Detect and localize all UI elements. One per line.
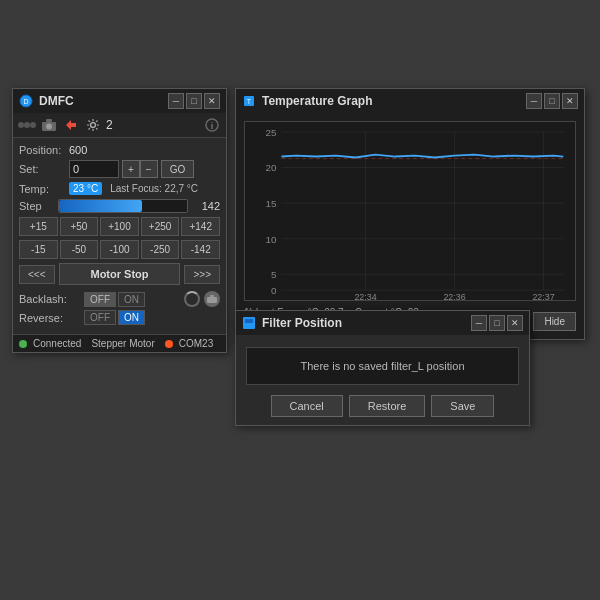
positive-btn-grid: +15 +50 +100 +250 +142	[19, 217, 220, 236]
cancel-btn[interactable]: Cancel	[271, 395, 343, 417]
filter-close-btn[interactable]: ✕	[507, 315, 523, 331]
hide-btn[interactable]: Hide	[533, 312, 576, 331]
svg-rect-13	[210, 295, 214, 297]
toolbar-number: 2	[106, 118, 113, 132]
filter-window-controls: ─ □ ✕	[471, 315, 523, 331]
plus15-btn[interactable]: +15	[19, 217, 58, 236]
svg-rect-12	[207, 297, 217, 303]
svg-rect-38	[249, 319, 253, 323]
temp-title: Temperature Graph	[262, 94, 526, 108]
svg-text:20: 20	[266, 162, 277, 173]
svg-marker-8	[66, 120, 76, 130]
position-row: Position: 600	[19, 144, 220, 156]
dmfc-icon: D	[19, 94, 33, 108]
set-minus-btn[interactable]: −	[140, 160, 158, 178]
save-btn[interactable]: Save	[431, 395, 494, 417]
spinner-icon	[184, 291, 200, 307]
temp-maximize-btn[interactable]: □	[544, 93, 560, 109]
plus50-btn[interactable]: +50	[60, 217, 99, 236]
reverse-on-btn[interactable]: ON	[118, 310, 145, 325]
temp-badge: 23 °C	[69, 182, 102, 195]
svg-text:i: i	[211, 121, 213, 131]
motor-row: <<< Motor Stop >>>	[19, 263, 220, 285]
dmfc-close-btn[interactable]: ✕	[204, 93, 220, 109]
position-label: Position:	[19, 144, 69, 156]
connected-text: Connected	[33, 338, 81, 349]
temp-close-btn[interactable]: ✕	[562, 93, 578, 109]
position-value: 600	[69, 144, 87, 156]
minus50-btn[interactable]: -50	[60, 240, 99, 259]
svg-text:10: 10	[266, 234, 277, 245]
graph-body: 25 20 15 10 5 0 22:34 22:36 22:37	[236, 113, 584, 339]
svg-text:22:34: 22:34	[354, 292, 376, 300]
dmfc-status-bar: Connected Stepper Motor COM23	[13, 334, 226, 352]
svg-point-2	[18, 122, 24, 128]
step-slider[interactable]	[58, 199, 188, 213]
minus250-btn[interactable]: -250	[141, 240, 180, 259]
plus142-btn[interactable]: +142	[181, 217, 220, 236]
restore-btn[interactable]: Restore	[349, 395, 426, 417]
svg-rect-36	[243, 317, 255, 329]
plus250-btn[interactable]: +250	[141, 217, 180, 236]
dmfc-window-controls: ─ □ ✕	[168, 93, 220, 109]
svg-point-4	[30, 122, 36, 128]
svg-text:T: T	[247, 98, 252, 105]
temp-label: Temp:	[19, 183, 69, 195]
reverse-row: Reverse: OFF ON	[19, 310, 220, 325]
minus15-btn[interactable]: -15	[19, 240, 58, 259]
go-btn[interactable]: GO	[161, 160, 195, 178]
filter-icon	[242, 316, 256, 330]
backlash-off-btn[interactable]: OFF	[84, 292, 116, 307]
motor-prev-btn[interactable]: <<<	[19, 265, 55, 284]
reverse-label: Reverse:	[19, 312, 84, 324]
set-plus-btn[interactable]: +	[122, 160, 140, 178]
step-slider-fill	[59, 200, 142, 212]
set-input[interactable]	[69, 160, 119, 178]
dmfc-title: DMFC	[39, 94, 168, 108]
minus100-btn[interactable]: -100	[100, 240, 139, 259]
filter-title: Filter Position	[262, 316, 471, 330]
svg-text:5: 5	[271, 269, 277, 280]
plus100-btn[interactable]: +100	[100, 217, 139, 236]
reverse-off-btn[interactable]: OFF	[84, 310, 116, 325]
temperature-graph-svg: 25 20 15 10 5 0 22:34 22:36 22:37	[245, 122, 575, 300]
backlash-label: Backlash:	[19, 293, 84, 305]
toolbar-info-icon[interactable]: i	[203, 116, 221, 134]
toolbar-circles-icon	[18, 116, 36, 134]
dmfc-minimize-btn[interactable]: ─	[168, 93, 184, 109]
motor-type-text: Stepper Motor	[91, 338, 154, 349]
filter-position-window: Filter Position ─ □ ✕ There is no saved …	[235, 310, 530, 426]
svg-point-9	[91, 123, 96, 128]
last-focus-text: Last Focus: 22,7 °C	[110, 183, 198, 194]
svg-point-6	[46, 124, 52, 130]
temp-graph-window: T Temperature Graph ─ □ ✕	[235, 88, 585, 340]
dmfc-body: Position: 600 Set: + − GO Temp: 23 °C La…	[13, 138, 226, 334]
svg-text:22:37: 22:37	[532, 292, 554, 300]
temp-title-bar: T Temperature Graph ─ □ ✕	[236, 89, 584, 113]
minus142-btn[interactable]: -142	[181, 240, 220, 259]
svg-rect-7	[46, 119, 52, 122]
dmfc-toolbar: 2 i	[13, 113, 226, 138]
filter-maximize-btn[interactable]: □	[489, 315, 505, 331]
backlash-row: Backlash: OFF ON	[19, 291, 220, 307]
backlash-on-btn[interactable]: ON	[118, 292, 145, 307]
motor-next-btn[interactable]: >>>	[184, 265, 220, 284]
motor-stop-btn[interactable]: Motor Stop	[59, 263, 181, 285]
svg-text:25: 25	[266, 127, 277, 138]
step-row: Step 142	[19, 199, 220, 213]
com-port-text: COM23	[179, 338, 213, 349]
toolbar-arrow-icon	[62, 116, 80, 134]
toolbar-settings-icon[interactable]	[84, 116, 102, 134]
filter-message: There is no saved filter_L position	[246, 347, 519, 385]
svg-text:15: 15	[266, 198, 277, 209]
filter-body: There is no saved filter_L position Canc…	[236, 335, 529, 425]
step-value: 142	[192, 200, 220, 212]
temp-minimize-btn[interactable]: ─	[526, 93, 542, 109]
dmfc-maximize-btn[interactable]: □	[186, 93, 202, 109]
connected-indicator	[19, 340, 27, 348]
toolbar-camera-icon[interactable]	[40, 116, 58, 134]
filter-minimize-btn[interactable]: ─	[471, 315, 487, 331]
step-label: Step	[19, 200, 54, 212]
svg-rect-37	[245, 319, 249, 323]
svg-rect-16	[247, 122, 573, 300]
